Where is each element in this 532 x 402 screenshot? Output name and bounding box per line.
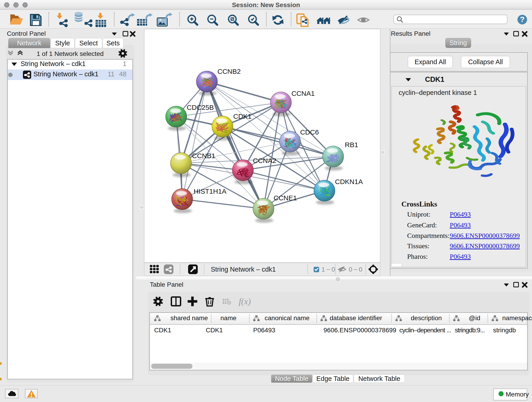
svg-text:CCNE1: CCNE1: [273, 194, 297, 202]
svg-text:CCNA2: CCNA2: [253, 157, 276, 164]
svg-text:0: 0: [359, 266, 362, 273]
svg-text:CDC6: CDC6: [300, 128, 319, 136]
svg-text:0: 0: [331, 266, 335, 273]
svg-text:CDKN1A: CDKN1A: [335, 178, 363, 185]
svg-text:CDC25B: CDC25B: [187, 104, 214, 111]
svg-text:–: –: [354, 265, 357, 273]
svg-text:RB1: RB1: [345, 141, 358, 148]
svg-text:CCNA1: CCNA1: [291, 89, 315, 97]
svg-text:1: 1: [322, 266, 325, 273]
svg-text:CCNB1: CCNB1: [192, 152, 215, 160]
svg-text:HIST1H1A: HIST1H1A: [194, 187, 226, 195]
svg-text:CDK1: CDK1: [233, 113, 252, 120]
svg-text:String Network – cdk1: String Network – cdk1: [211, 266, 276, 273]
svg-text:f(x): f(x): [239, 297, 251, 306]
svg-text:–: –: [326, 265, 330, 273]
svg-text:CCNB2: CCNB2: [217, 68, 241, 75]
svg-text:?: ?: [520, 15, 525, 24]
svg-text:0: 0: [349, 266, 352, 273]
